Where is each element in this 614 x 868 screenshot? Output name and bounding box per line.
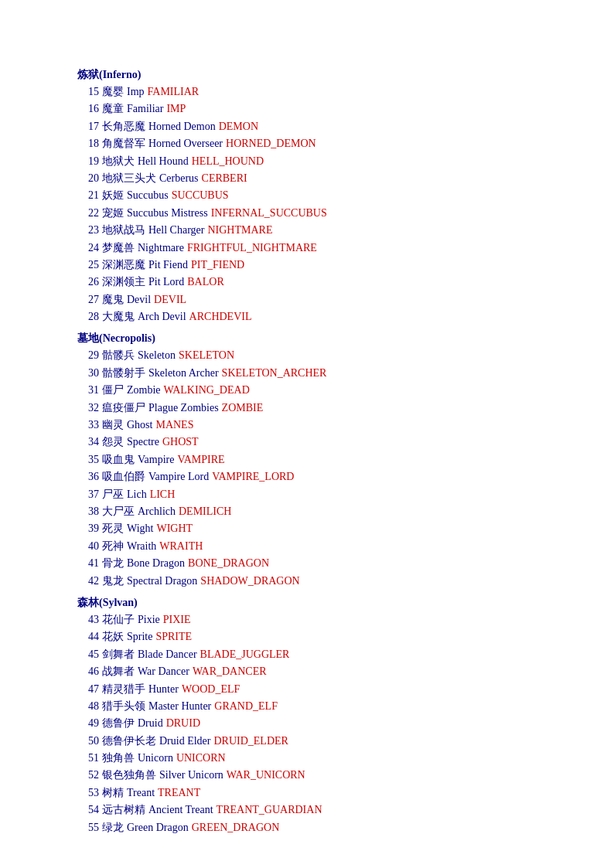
entry-english: Devil xyxy=(127,291,151,308)
entry-english: Wight xyxy=(127,520,153,537)
entry-code: DRUID xyxy=(166,715,200,732)
list-item: 51独角兽UnicornUNICORN xyxy=(77,750,568,767)
entry-chinese: 宠姬 xyxy=(102,205,124,222)
entry-code: HELL_HOUND xyxy=(192,153,264,170)
entry-code: GRAND_ELF xyxy=(214,698,278,715)
list-item: 35吸血鬼VampireVAMPIRE xyxy=(77,451,568,468)
entry-number: 23 xyxy=(77,222,99,239)
entry-number: 19 xyxy=(77,153,99,170)
entry-chinese: 角魔督军 xyxy=(102,135,145,152)
entry-english: Vampire xyxy=(138,451,174,468)
entry-chinese: 剑舞者 xyxy=(102,646,135,663)
entry-english: Succubus xyxy=(127,187,169,204)
entry-number: 45 xyxy=(77,646,99,663)
entry-number: 44 xyxy=(77,628,99,645)
entry-number: 28 xyxy=(77,308,99,325)
list-item: 32瘟疫僵尸Plague ZombiesZOMBIE xyxy=(77,400,568,417)
list-item: 46战舞者War DancerWAR_DANCER xyxy=(77,663,568,680)
entry-number: 32 xyxy=(77,400,99,417)
entry-code: GREEN_DRAGON xyxy=(192,819,280,836)
entry-code: DEMILICH xyxy=(179,503,231,520)
entry-english: Pixie xyxy=(138,611,160,628)
list-item: 15魔婴ImpFAMILIAR xyxy=(77,83,568,100)
list-item: 53树精TreantTREANT xyxy=(77,785,568,802)
entry-english: War Dancer xyxy=(138,663,189,680)
entry-number: 18 xyxy=(77,135,99,152)
entry-english: Sprite xyxy=(127,628,152,645)
entry-number: 25 xyxy=(77,257,99,274)
entry-code: LICH xyxy=(150,486,176,503)
entry-english: Green Dragon xyxy=(127,819,189,836)
entry-number: 48 xyxy=(77,698,99,715)
entry-number: 54 xyxy=(77,802,99,819)
entry-code: TREANT xyxy=(158,785,200,802)
entry-english: Druid xyxy=(138,715,163,732)
entry-english: Nightmare xyxy=(138,240,184,257)
entry-number: 27 xyxy=(77,291,99,308)
entry-code: WRAITH xyxy=(159,538,203,555)
entry-code: SHADOW_DRAGON xyxy=(200,573,299,590)
list-item: 34怨灵SpectreGHOST xyxy=(77,434,568,451)
list-item: 37尸巫LichLICH xyxy=(77,486,568,503)
entry-code: UNICORN xyxy=(176,750,226,767)
entry-code: WAR_DANCER xyxy=(193,663,267,680)
entry-chinese: 德鲁伊长老 xyxy=(102,733,156,750)
entry-chinese: 地狱三头犬 xyxy=(102,170,156,187)
list-item: 52银色独角兽Silver UnicornWAR_UNICORN xyxy=(77,767,568,784)
entry-chinese: 德鲁伊 xyxy=(102,715,135,732)
list-item: 24梦魔兽NightmareFRIGHTFUL_NIGHTMARE xyxy=(77,240,568,257)
list-item: 49德鲁伊DruidDRUID xyxy=(77,715,568,732)
entry-chinese: 深渊领主 xyxy=(102,274,145,291)
entry-chinese: 骷髅射手 xyxy=(102,365,145,382)
entry-code: WOOD_ELF xyxy=(182,681,240,698)
entry-english: Cerberus xyxy=(159,170,199,187)
entry-number: 35 xyxy=(77,451,99,468)
entry-chinese: 瘟疫僵尸 xyxy=(102,400,145,417)
entry-number: 47 xyxy=(77,681,99,698)
entry-chinese: 银色独角兽 xyxy=(102,767,156,784)
entry-number: 51 xyxy=(77,750,99,767)
section-header: 森林(Sylvan) xyxy=(77,596,568,610)
entry-chinese: 地狱战马 xyxy=(102,222,145,239)
entry-english: Succubus Mistress xyxy=(127,205,208,222)
entry-code: DEVIL xyxy=(154,291,186,308)
entry-number: 29 xyxy=(77,347,99,364)
entry-chinese: 战舞者 xyxy=(102,663,135,680)
entry-english: Horned Demon xyxy=(148,118,216,135)
entry-english: Treant xyxy=(127,785,155,802)
entry-code: ZOMBIE xyxy=(222,400,264,417)
entry-english: Spectral Dragon xyxy=(127,573,197,590)
list-item: 54远古树精Ancient TreantTREANT_GUARDIAN xyxy=(77,802,568,819)
entry-code: FRIGHTFUL_NIGHTMARE xyxy=(187,240,317,257)
list-item: 16魔童FamiliarIMP xyxy=(77,100,568,117)
entry-chinese: 花妖 xyxy=(102,628,124,645)
entry-chinese: 地狱犬 xyxy=(102,153,135,170)
entry-chinese: 长角恶魔 xyxy=(102,118,145,135)
entry-code: SKELETON_ARCHER xyxy=(222,365,327,382)
entry-code: SKELETON xyxy=(179,347,234,364)
entry-english: Lich xyxy=(127,486,147,503)
entry-code: SPRITE xyxy=(155,628,192,645)
list-item: 22宠姬Succubus MistressINFERNAL_SUCCUBUS xyxy=(77,205,568,222)
entry-code: VAMPIRE xyxy=(177,451,224,468)
entry-chinese: 怨灵 xyxy=(102,434,124,451)
entry-number: 16 xyxy=(77,100,99,117)
entry-code: IMP xyxy=(166,100,186,117)
entry-number: 37 xyxy=(77,486,99,503)
entry-english: Plague Zombies xyxy=(148,400,219,417)
list-item: 48猎手头领Master HunterGRAND_ELF xyxy=(77,698,568,715)
entry-chinese: 死神 xyxy=(102,538,124,555)
list-item: 50德鲁伊长老Druid ElderDRUID_ELDER xyxy=(77,733,568,750)
list-item: 29骷髅兵SkeletonSKELETON xyxy=(77,347,568,364)
entry-number: 15 xyxy=(77,83,99,100)
entry-chinese: 绿龙 xyxy=(102,819,124,836)
entry-chinese: 幽灵 xyxy=(102,417,124,434)
entry-number: 33 xyxy=(77,417,99,434)
entry-number: 31 xyxy=(77,382,99,399)
entry-number: 17 xyxy=(77,118,99,135)
list-item: 43花仙子PixiePIXIE xyxy=(77,611,568,628)
entry-english: Spectre xyxy=(127,434,159,451)
entry-chinese: 独角兽 xyxy=(102,750,135,767)
entry-chinese: 猎手头领 xyxy=(102,698,145,715)
entry-chinese: 魔童 xyxy=(102,100,124,117)
